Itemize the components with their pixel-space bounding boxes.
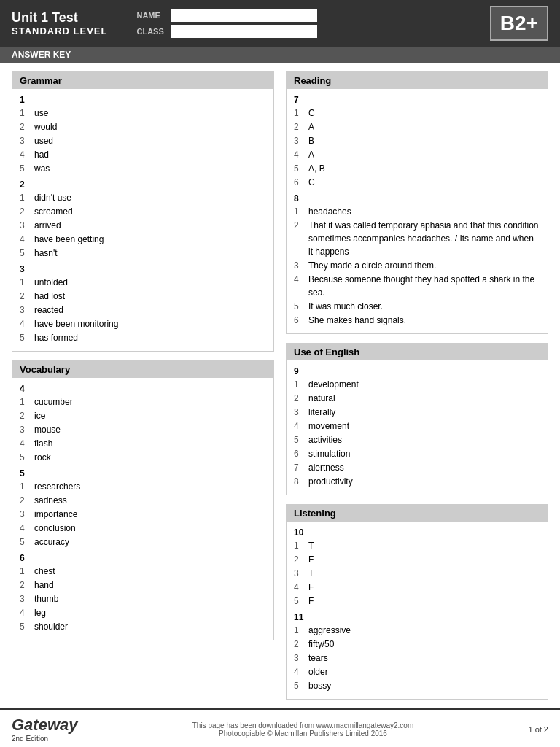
list-item: 4conclusion [20, 522, 266, 535]
grammar-group-1-number: 1 [20, 95, 266, 105]
list-item: 3importance [20, 508, 266, 521]
list-item: 5rock [20, 451, 266, 464]
list-item: 4F [294, 581, 540, 594]
list-item: 1use [20, 107, 266, 120]
vocab-group-5-number: 5 [20, 468, 266, 479]
footer-line1: This page has been downloaded from www.m… [192, 721, 414, 729]
main-content: Grammar 1 1use 2would 3used 4had 5was 2 … [0, 63, 560, 708]
badge: B2+ [490, 6, 548, 41]
list-item: 4have been monitoring [20, 317, 266, 330]
use-of-english-header: Use of English [287, 344, 548, 360]
list-item: 2had lost [20, 290, 266, 303]
list-item: 1unfolded [20, 276, 266, 289]
footer-line2: Photocopiable © Macmillan Publishers Lim… [192, 729, 414, 738]
list-item: 1didn't use [20, 191, 266, 204]
grammar-header: Grammar [12, 72, 273, 89]
list-item: 3reacted [20, 303, 266, 317]
right-column: Reading 7 1C 2A 3B 4A 5A, B 6C 8 1headac… [286, 71, 548, 700]
listening-header: Listening [287, 505, 548, 522]
list-item: 4flash [20, 437, 266, 450]
unit-title: Unit 1 Test [12, 10, 107, 26]
list-item: 1chest [20, 565, 266, 578]
footer: Gateway 2nd Edition This page has been d… [0, 708, 560, 747]
list-item: 1development [294, 378, 540, 391]
list-item: 5A, B [294, 162, 540, 175]
grammar-group-2-number: 2 [20, 179, 266, 190]
list-item: 6stimulation [294, 447, 540, 460]
vocabulary-section: Vocabulary 4 1cucumber 2ice 3mouse 4flas… [12, 360, 274, 640]
class-input[interactable] [171, 25, 317, 38]
list-item: 5has formed [20, 331, 266, 344]
list-item: 4leg [20, 606, 266, 619]
list-item: 3used [20, 134, 266, 147]
list-item: 7alertness [294, 461, 540, 474]
list-item: 5bossy [294, 679, 540, 692]
list-item: 2sadness [20, 494, 266, 507]
list-item: 1researchers [20, 480, 266, 493]
footer-logo-sub: 2nd Edition [12, 735, 78, 743]
footer-center: This page has been downloaded from www.m… [192, 721, 414, 738]
reading-group-8-number: 8 [294, 193, 540, 204]
uoe-group-9-number: 9 [294, 366, 540, 376]
list-item: 2screamed [20, 205, 266, 218]
list-item: 4had [20, 148, 266, 161]
name-row: NAME [136, 9, 478, 22]
list-item: 2A [294, 120, 540, 133]
list-item: 5activities [294, 433, 540, 446]
list-item: 1C [294, 107, 540, 120]
vocab-group-6-number: 6 [20, 553, 266, 563]
list-item: 3tears [294, 651, 540, 665]
reading-section: Reading 7 1C 2A 3B 4A 5A, B 6C 8 1headac… [286, 71, 548, 334]
grammar-section: Grammar 1 1use 2would 3used 4had 5was 2 … [12, 71, 274, 352]
name-input[interactable] [171, 9, 317, 22]
use-of-english-section: Use of English 9 1development 2natural 3… [286, 343, 548, 495]
list-item: 2would [20, 120, 266, 133]
listening-group-11-number: 11 [294, 612, 540, 622]
footer-logo: Gateway 2nd Edition [12, 716, 78, 743]
list-item: 3literally [294, 406, 540, 419]
list-item: 8productivity [294, 475, 540, 488]
reading-header: Reading [287, 72, 548, 89]
header-left: Unit 1 Test STANDARD LEVEL [12, 10, 107, 36]
list-item: 2hand [20, 578, 266, 592]
list-item: 2ice [20, 409, 266, 422]
list-item: 2fifty/50 [294, 638, 540, 651]
list-item: 1T [294, 539, 540, 552]
left-column: Grammar 1 1use 2would 3used 4had 5was 2 … [12, 71, 274, 700]
page: Unit 1 Test STANDARD LEVEL NAME CLASS B2… [0, 0, 560, 747]
list-item: 5It was much closer. [294, 300, 540, 313]
list-item: 6She makes hand signals. [294, 314, 540, 327]
list-item: 4Because someone thought they had spotte… [294, 273, 540, 299]
list-item: 3B [294, 134, 540, 147]
list-item: 5accuracy [20, 535, 266, 549]
class-row: CLASS [136, 25, 478, 38]
list-item: 5hasn't [20, 247, 266, 260]
list-item: 3They made a circle around them. [294, 259, 540, 272]
reading-group-7-number: 7 [294, 95, 540, 105]
list-item: 1aggressive [294, 624, 540, 637]
list-item: 4have been getting [20, 233, 266, 246]
list-item: 6C [294, 176, 540, 189]
list-item: 3mouse [20, 423, 266, 436]
list-item: 5F [294, 595, 540, 608]
list-item: 4A [294, 148, 540, 161]
class-label: CLASS [136, 27, 166, 36]
header: Unit 1 Test STANDARD LEVEL NAME CLASS B2… [0, 0, 560, 47]
level-label: STANDARD LEVEL [12, 26, 107, 36]
list-item: 5shoulder [20, 620, 266, 633]
list-item: 3arrived [20, 219, 266, 232]
answer-key-bar: ANSWER KEY [0, 47, 560, 63]
list-item: 4older [294, 665, 540, 678]
list-item: 3T [294, 567, 540, 580]
list-item: 3thumb [20, 592, 266, 605]
list-item: 1headaches [294, 205, 540, 218]
list-item: 2That it was called temporary aphasia an… [294, 219, 540, 258]
listening-group-10-number: 10 [294, 527, 540, 538]
footer-page: 1 of 2 [528, 725, 548, 734]
vocabulary-header: Vocabulary [12, 361, 273, 378]
header-center: NAME CLASS [136, 9, 478, 38]
vocab-group-4-number: 4 [20, 384, 266, 394]
listening-section: Listening 10 1T 2F 3T 4F 5F 11 1aggressi… [286, 504, 548, 700]
list-item: 5was [20, 162, 266, 175]
name-label: NAME [136, 11, 166, 20]
